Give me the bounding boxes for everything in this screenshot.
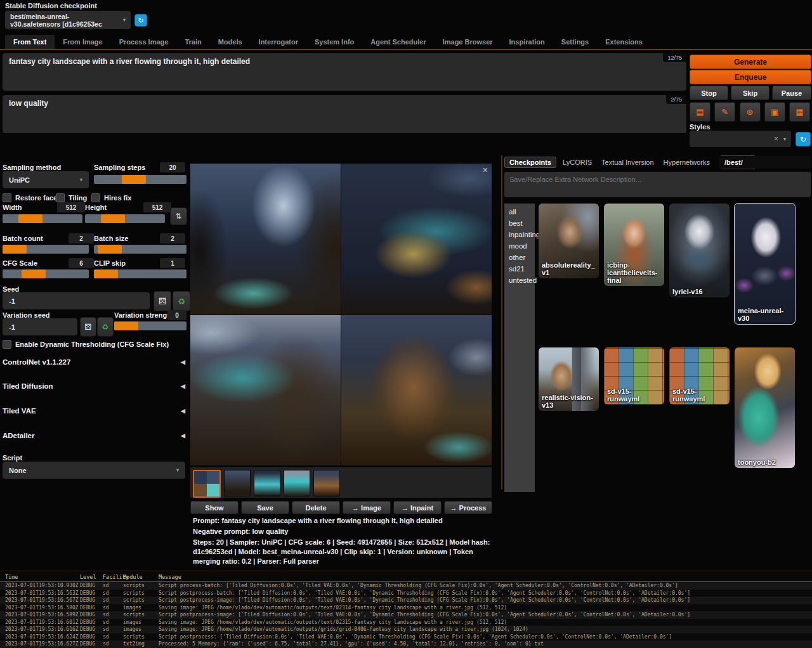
model-card[interactable]: sd-v15-runwayml bbox=[669, 347, 730, 405]
generate-button[interactable]: Generate bbox=[690, 55, 811, 69]
networks-search-input[interactable] bbox=[719, 156, 811, 169]
stop-button[interactable]: Stop bbox=[690, 86, 728, 100]
gallery-thumbnail[interactable] bbox=[224, 470, 251, 496]
swap-dimensions-button[interactable]: ⇅ bbox=[170, 207, 187, 225]
clear-prompt-icon[interactable]: ✎ bbox=[714, 102, 735, 122]
skip-button[interactable]: Skip bbox=[731, 86, 769, 100]
generated-image-4[interactable] bbox=[341, 315, 492, 466]
networks-tab[interactable]: LyCORIS bbox=[563, 159, 592, 166]
networks-folder[interactable]: mood bbox=[504, 240, 535, 252]
cfg-scale-slider[interactable] bbox=[3, 269, 89, 278]
checkpoint-select[interactable]: best/meina-unreal-v30.safetensors [d1c96… bbox=[5, 11, 131, 29]
batch-size-slider[interactable] bbox=[94, 245, 187, 254]
clip-skip-slider[interactable] bbox=[94, 269, 187, 278]
hires-fix-checkbox[interactable]: Hires fix bbox=[91, 193, 131, 202]
save-style-icon[interactable]: ▦ bbox=[789, 102, 810, 122]
tiling-checkbox[interactable]: Tiling bbox=[56, 193, 87, 202]
accordion-header[interactable]: ControlNet v1.1.227◀ bbox=[3, 358, 185, 366]
main-tab[interactable]: Extensions bbox=[597, 35, 651, 49]
generated-image-1[interactable] bbox=[190, 164, 341, 314]
main-tab[interactable]: From Text bbox=[5, 35, 55, 49]
gallery-action-button[interactable]: → Inpaint bbox=[393, 501, 442, 514]
checkpoint-refresh-button[interactable]: ↻ bbox=[134, 14, 147, 27]
sampling-method-select[interactable]: UniPC ▾ bbox=[3, 171, 89, 188]
main-tab[interactable]: Train bbox=[176, 35, 209, 49]
width-slider[interactable] bbox=[3, 214, 82, 223]
networks-folder[interactable]: other bbox=[504, 252, 535, 263]
random-variation-seed-button[interactable]: ⚄ bbox=[80, 317, 96, 337]
networks-folder[interactable]: best bbox=[504, 217, 535, 229]
reuse-variation-seed-button[interactable]: ♻ bbox=[97, 317, 114, 337]
sampling-steps-value[interactable]: 20 bbox=[160, 162, 185, 172]
styles-refresh-button[interactable]: ↻ bbox=[796, 132, 811, 146]
model-card[interactable]: meina-unreal-v30 bbox=[735, 204, 795, 324]
variation-strength-value[interactable]: 0 bbox=[167, 310, 187, 320]
height-slider[interactable] bbox=[85, 214, 165, 223]
styles-select[interactable]: × ▾ bbox=[690, 131, 791, 147]
generated-image-2[interactable] bbox=[341, 164, 492, 314]
gallery-thumbnail[interactable] bbox=[193, 470, 221, 498]
main-tab[interactable]: Inspiration bbox=[501, 35, 553, 49]
gallery-action-button[interactable]: → Image bbox=[343, 501, 391, 514]
main-tab[interactable]: Models bbox=[210, 35, 251, 49]
networks-tab[interactable]: Checkpoints bbox=[504, 157, 556, 168]
model-card[interactable]: lyriel-v16 bbox=[669, 204, 730, 297]
accordion-header[interactable]: Tiled Diffusion◀ bbox=[3, 382, 185, 390]
main-tab[interactable]: Process Image bbox=[111, 35, 177, 49]
restore-faces-checkbox[interactable]: Restore faces bbox=[3, 193, 61, 202]
script-select[interactable]: None ▾ bbox=[3, 462, 185, 479]
apply-style-icon[interactable]: ▣ bbox=[764, 102, 785, 122]
variation-seed-input[interactable]: -1 bbox=[3, 318, 77, 335]
model-card[interactable]: absolutereality_v1 bbox=[539, 204, 599, 278]
negative-prompt-input[interactable]: low quality bbox=[3, 95, 686, 133]
batch-count-value[interactable]: 2 bbox=[69, 233, 94, 243]
sampling-steps-slider[interactable] bbox=[94, 175, 187, 184]
main-tab[interactable]: Interrogator bbox=[251, 35, 306, 49]
clip-skip-value[interactable]: 1 bbox=[160, 258, 185, 268]
generated-image-3[interactable] bbox=[190, 315, 341, 466]
gallery-action-button[interactable]: Delete bbox=[292, 501, 340, 514]
reuse-seed-button[interactable]: ♻ bbox=[173, 291, 190, 311]
batch-size-value[interactable]: 2 bbox=[160, 233, 185, 243]
model-card[interactable]: icbinp-icantbelieveits-final bbox=[604, 204, 664, 286]
gallery-thumbnail[interactable] bbox=[313, 470, 340, 496]
model-card[interactable]: realistic-vision-v13 bbox=[539, 347, 599, 411]
network-description-input[interactable] bbox=[504, 172, 811, 197]
enqueue-button[interactable]: Enqueue bbox=[690, 70, 811, 84]
dynamic-thresholding-checkbox[interactable]: Enable Dynamic Thresholding (CFG Scale F… bbox=[3, 340, 169, 349]
batch-count-slider[interactable] bbox=[3, 245, 89, 254]
gallery-thumbnail[interactable] bbox=[254, 470, 280, 496]
height-value[interactable]: 512 bbox=[143, 202, 171, 212]
main-tab[interactable]: Settings bbox=[553, 35, 597, 49]
result-gallery[interactable]: × bbox=[190, 164, 492, 465]
model-card[interactable]: toonyou-b2 bbox=[735, 347, 795, 468]
pause-button[interactable]: Pause bbox=[772, 86, 811, 100]
variation-strength-slider[interactable] bbox=[114, 321, 187, 330]
networks-folder[interactable]: all bbox=[504, 206, 535, 217]
networks-folder[interactable]: sd21 bbox=[504, 263, 535, 275]
gallery-action-button[interactable]: Show bbox=[190, 501, 239, 514]
extra-networks-icon[interactable]: ⊕ bbox=[740, 102, 761, 122]
main-tab[interactable]: Image Browser bbox=[435, 35, 501, 49]
clear-icon[interactable]: × bbox=[774, 134, 778, 143]
main-tab[interactable]: From Image bbox=[55, 35, 110, 49]
model-card[interactable]: sd-v15-runwayml bbox=[604, 347, 664, 405]
cfg-scale-value[interactable]: 6 bbox=[69, 258, 94, 268]
accordion-header[interactable]: Tiled VAE◀ bbox=[3, 407, 185, 415]
gallery-thumbnail[interactable] bbox=[284, 470, 310, 496]
main-tab[interactable]: Agent Scheduler bbox=[362, 35, 434, 49]
paste-params-icon[interactable]: ▤ bbox=[690, 102, 710, 122]
networks-tab[interactable]: Textual Inversion bbox=[601, 159, 654, 166]
networks-tab[interactable]: Hypernetworks bbox=[664, 159, 710, 166]
main-tab[interactable]: System Info bbox=[306, 35, 362, 49]
random-seed-button[interactable]: ⚄ bbox=[154, 291, 171, 311]
accordion-header[interactable]: ADetailer◀ bbox=[3, 432, 185, 439]
networks-folder[interactable]: untested bbox=[504, 275, 535, 286]
networks-folder[interactable]: inpainting bbox=[504, 229, 535, 240]
close-icon[interactable]: × bbox=[483, 165, 488, 175]
gallery-action-button[interactable]: Save bbox=[241, 501, 289, 514]
prompt-input[interactable]: fantasy city landscape with a river flow… bbox=[3, 53, 686, 91]
width-value[interactable]: 512 bbox=[57, 202, 85, 212]
gallery-action-button[interactable]: → Process bbox=[444, 501, 492, 514]
seed-input[interactable]: -1 bbox=[3, 292, 150, 309]
